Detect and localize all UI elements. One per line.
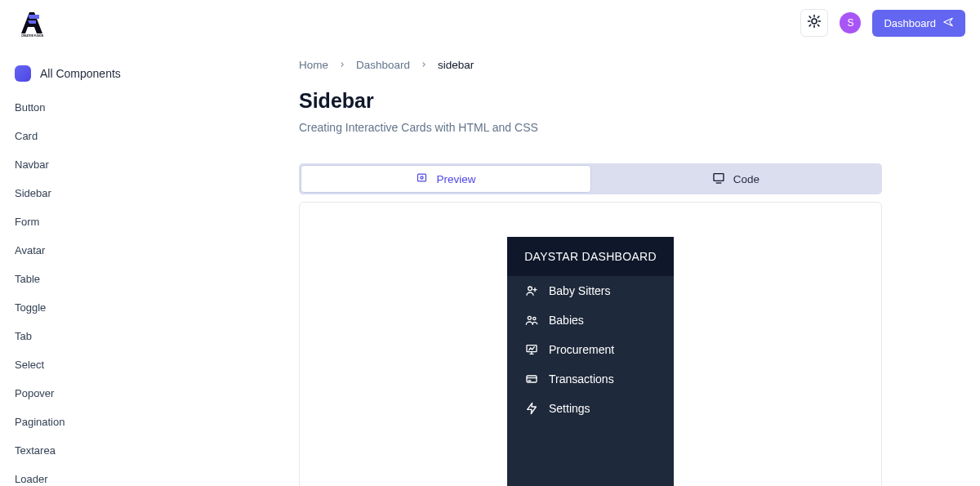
svg-line-4 <box>810 16 812 18</box>
sidebar-item-toggle[interactable]: Toggle <box>13 293 188 322</box>
svg-line-5 <box>818 25 820 26</box>
topbar-actions: S Dashboard <box>800 9 965 37</box>
svg-marker-25 <box>528 403 537 413</box>
sidebar-item-select[interactable]: Select <box>13 350 188 379</box>
topbar: CREATIVE FUSION S Das <box>0 0 980 46</box>
sidebar-item-navbar[interactable]: Navbar <box>13 150 188 179</box>
sidebar-header-label: All Components <box>40 67 121 80</box>
demo-item-transactions[interactable]: Transactions <box>507 364 674 394</box>
sidebar-item-label: Toggle <box>15 301 46 314</box>
user-plus-icon <box>525 284 538 297</box>
components-sidebar: All Components Button Card Navbar Sideba… <box>0 46 201 486</box>
chevron-right-icon <box>338 59 346 71</box>
sidebar-item-pagination[interactable]: Pagination <box>13 408 188 436</box>
credit-card-icon <box>525 372 538 386</box>
demo-item-label: Procurement <box>549 343 614 356</box>
sidebar-item-sidebar[interactable]: Sidebar <box>13 179 188 207</box>
users-icon <box>525 314 538 327</box>
chevron-right-icon <box>420 59 428 71</box>
sidebar-item-label: Button <box>15 101 46 114</box>
demo-item-label: Babies <box>549 314 584 327</box>
sidebar-item-label: Navbar <box>15 158 49 171</box>
svg-point-17 <box>528 316 531 319</box>
sidebar-item-tab[interactable]: Tab <box>13 322 188 350</box>
sidebar-item-label: Pagination <box>15 416 65 428</box>
sidebar-item-label: Avatar <box>15 244 45 256</box>
sidebar-item-textarea[interactable]: Textarea <box>13 436 188 465</box>
tabs: Preview Code <box>299 163 882 194</box>
demo-item-settings[interactable]: Settings <box>507 394 674 423</box>
sidebar-chip-icon <box>15 65 31 82</box>
sidebar-item-loader[interactable]: Loader <box>13 465 188 486</box>
sidebar-item-avatar[interactable]: Avatar <box>13 236 188 265</box>
svg-line-9 <box>818 16 820 18</box>
breadcrumb: Home Dashboard sidebar <box>299 57 882 71</box>
avatar[interactable]: S <box>840 12 861 33</box>
svg-rect-12 <box>714 173 724 181</box>
svg-point-18 <box>533 317 536 319</box>
demo-item-babies[interactable]: Babies <box>507 305 674 335</box>
breadcrumb-current: sidebar <box>438 59 474 71</box>
dashboard-button[interactable]: Dashboard <box>872 10 965 37</box>
theme-toggle-button[interactable] <box>800 9 828 37</box>
tab-label: Code <box>733 173 760 185</box>
sidebar-item-label: Select <box>15 359 44 371</box>
page-title: Sidebar <box>299 89 882 113</box>
tab-preview[interactable]: Preview <box>301 165 591 193</box>
svg-rect-10 <box>418 174 426 181</box>
sidebar-item-label: Textarea <box>15 444 56 457</box>
svg-rect-22 <box>527 376 537 382</box>
lightning-icon <box>525 402 538 415</box>
sidebar-item-label: Table <box>15 273 40 285</box>
demo-item-label: Transactions <box>549 372 614 386</box>
demo-item-procurement[interactable]: Procurement <box>507 335 674 364</box>
tab-code[interactable]: Code <box>591 165 880 193</box>
sidebar-item-label: Popover <box>15 387 54 399</box>
sidebar-item-form[interactable]: Form <box>13 207 188 236</box>
page-subtitle: Creating Interactive Cards with HTML and… <box>299 121 882 134</box>
svg-point-14 <box>528 287 532 291</box>
demo-item-label: Baby Sitters <box>549 284 610 297</box>
avatar-initial: S <box>847 17 853 29</box>
demo-sidebar: DAYSTAR DASHBOARD Baby Sitters <box>507 237 674 486</box>
demo-item-babysitters[interactable]: Baby Sitters <box>507 276 674 305</box>
sidebar-item-popover[interactable]: Popover <box>13 379 188 408</box>
svg-line-8 <box>810 25 812 26</box>
sidebar-item-label: Card <box>15 130 38 142</box>
breadcrumb-home[interactable]: Home <box>299 59 328 71</box>
tab-label: Preview <box>436 173 475 185</box>
code-icon <box>712 172 725 187</box>
send-icon <box>942 16 954 30</box>
preview-icon <box>416 172 428 186</box>
sidebar-item-label: Loader <box>15 473 47 485</box>
sidebar-item-button[interactable]: Button <box>13 93 188 122</box>
sidebar-item-label: Sidebar <box>15 187 51 199</box>
logo[interactable]: CREATIVE FUSION <box>15 9 46 37</box>
svg-point-11 <box>421 176 423 179</box>
sun-icon <box>807 14 822 32</box>
sidebar-item-label: Tab <box>15 330 32 342</box>
dashboard-button-label: Dashboard <box>884 17 936 29</box>
preview-panel: DAYSTAR DASHBOARD Baby Sitters <box>299 202 882 486</box>
breadcrumb-dashboard[interactable]: Dashboard <box>356 59 410 71</box>
sidebar-header[interactable]: All Components <box>13 60 188 93</box>
sidebar-item-label: Form <box>15 216 39 228</box>
svg-point-1 <box>812 19 817 24</box>
main-content: Home Dashboard sidebar Sidebar Creating … <box>201 46 980 486</box>
sidebar-item-card[interactable]: Card <box>13 122 188 150</box>
presentation-icon <box>525 343 538 356</box>
svg-text:CREATIVE FUSION: CREATIVE FUSION <box>21 34 43 37</box>
demo-sidebar-title: DAYSTAR DASHBOARD <box>507 237 674 276</box>
demo-item-label: Settings <box>549 402 590 415</box>
sidebar-item-table[interactable]: Table <box>13 265 188 293</box>
